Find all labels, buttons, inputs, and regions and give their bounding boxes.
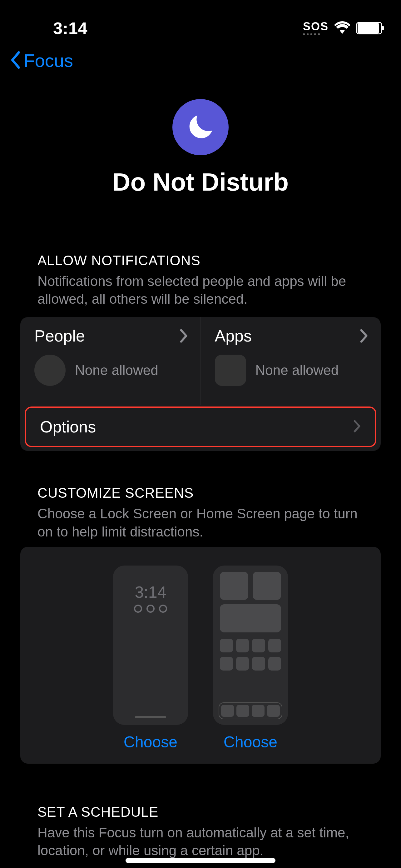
battery-icon	[356, 22, 382, 34]
options-label: Options	[40, 417, 96, 436]
lock-screen-preview[interactable]: 3:14	[113, 565, 188, 725]
home-screen-preview[interactable]	[213, 565, 288, 725]
allow-subtext: Notifications from selected people and a…	[20, 272, 381, 314]
chevron-right-icon	[180, 329, 188, 344]
allow-card: People None allowed Apps None allowed	[20, 317, 381, 451]
people-cell[interactable]: People None allowed	[20, 317, 201, 405]
people-label: People	[34, 327, 187, 345]
status-icons: SOS	[303, 21, 382, 35]
apps-status: None allowed	[256, 363, 339, 378]
home-screen-block: Choose	[213, 565, 288, 751]
allow-notifications-section: ALLOW NOTIFICATIONS Notifications from s…	[0, 209, 401, 451]
lock-preview-widgets	[134, 604, 167, 613]
customize-subtext: Choose a Lock Screen or Home Screen page…	[20, 505, 381, 547]
back-button[interactable]: Focus	[0, 44, 401, 80]
lock-screen-block: 3:14 Choose	[113, 565, 188, 751]
moon-icon	[172, 99, 229, 155]
customize-header: CUSTOMIZE SCREENS	[20, 485, 381, 501]
apps-avatar-placeholder	[215, 354, 246, 386]
schedule-header: SET A SCHEDULE	[20, 804, 381, 820]
options-row[interactable]: Options	[25, 406, 376, 447]
status-time: 3:14	[53, 19, 88, 38]
people-avatar-placeholder	[34, 354, 66, 386]
people-status: None allowed	[75, 363, 158, 378]
hero: Do Not Disturb	[0, 80, 401, 209]
allow-header: ALLOW NOTIFICATIONS	[20, 253, 381, 269]
home-indicator[interactable]	[126, 858, 275, 863]
chevron-right-icon	[360, 329, 368, 344]
choose-home-button[interactable]: Choose	[224, 733, 277, 751]
wifi-icon	[334, 21, 350, 35]
schedule-section: SET A SCHEDULE Have this Focus turn on a…	[0, 764, 401, 868]
dock-preview	[219, 703, 282, 719]
back-label: Focus	[24, 50, 73, 71]
page-title: Do Not Disturb	[0, 168, 401, 196]
chevron-right-icon	[354, 420, 361, 434]
customize-screens-section: CUSTOMIZE SCREENS Choose a Lock Screen o…	[0, 451, 401, 763]
lock-preview-time: 3:14	[135, 583, 166, 601]
screens-card: 3:14 Choose Choose	[20, 547, 381, 764]
sos-indicator: SOS	[303, 21, 329, 35]
status-bar: 3:14 SOS	[0, 0, 401, 44]
chevron-left-icon	[9, 51, 21, 70]
apps-cell[interactable]: Apps None allowed	[201, 317, 381, 405]
choose-lock-button[interactable]: Choose	[124, 733, 177, 751]
apps-label: Apps	[215, 327, 367, 345]
sos-label: SOS	[303, 21, 329, 32]
